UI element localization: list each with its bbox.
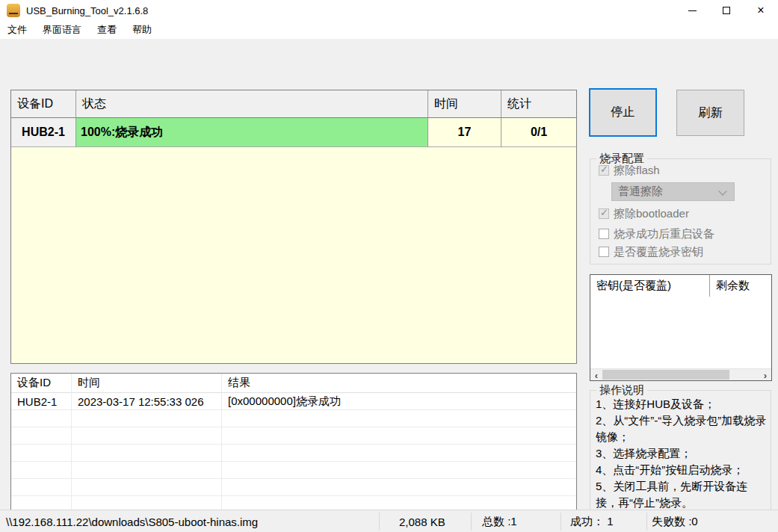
burn-stats-cell: 0/1 (501, 118, 576, 147)
log-empty-row (11, 462, 576, 479)
col-header-key: 密钥(是否覆盖) (590, 275, 710, 297)
status-divider (561, 513, 561, 531)
window-title: USB_Burning_Tool_v2.1.6.8 (26, 5, 148, 16)
checkbox-checked-icon: ✓ (599, 165, 609, 176)
instruction-line: 2、从“文件”-“导入烧录包”加载烧录镜像； (596, 412, 768, 445)
log-device-id-cell: HUB2-1 (11, 393, 72, 410)
device-progress-table: 设备ID 状态 时间 统计 HUB2-1 100%:烧录成功 17 0/1 (10, 90, 577, 364)
total-count: 总数 :1 (482, 510, 517, 532)
status-divider (471, 513, 472, 531)
erase-flash-checkbox[interactable]: ✓ 擦除flash (599, 164, 660, 177)
overwrite-burn-key-checkbox[interactable]: 是否覆盖烧录密钥 (599, 245, 703, 259)
col-header-device-id: 设备ID (11, 90, 76, 118)
status-divider (379, 513, 380, 531)
key-table: 密钥(是否覆盖) 剩余数 ‹ › (590, 274, 772, 381)
log-table-header: 设备ID 时间 结果 (11, 374, 576, 393)
minimize-icon (688, 10, 697, 11)
log-empty-row (11, 445, 576, 462)
checkbox-unchecked-icon (599, 247, 609, 257)
log-row[interactable]: HUB2-1 2023-03-17 12:55:33 026 [0x000000… (11, 393, 576, 410)
checkbox-checked-icon: ✓ (599, 208, 609, 219)
col-header-time: 时间 (72, 374, 222, 393)
success-count: 成功： 1 (570, 510, 614, 532)
image-path: \\192.168.111.22\downloads\S805-uboot-hi… (6, 510, 258, 532)
burn-config-group: 烧录配置 ✓ 擦除flash 普通擦除 ✓ 擦除bootloader 烧录成功后… (590, 158, 771, 265)
title-bar: USB_Burning_Tool_v2.1.6.8 × (0, 0, 778, 21)
device-id-cell: HUB2-1 (11, 118, 76, 147)
erase-mode-value: 普通擦除 (618, 185, 663, 199)
log-time-cell: 2023-03-17 12:55:33 026 (72, 393, 222, 410)
maximize-icon (723, 7, 730, 14)
burn-status-cell: 100%:烧录成功 (76, 118, 428, 147)
key-table-hscrollbar[interactable]: ‹ › (590, 368, 771, 380)
scroll-right-icon[interactable]: › (759, 369, 771, 381)
col-header-stats: 统计 (501, 90, 576, 118)
stop-button[interactable]: 停止 (589, 88, 657, 137)
reboot-after-success-checkbox[interactable]: 烧录成功后重启设备 (599, 227, 714, 241)
erase-mode-dropdown[interactable]: 普通擦除 (611, 182, 735, 201)
failed-count: 失败数 :0 (652, 510, 698, 532)
status-bar: \\192.168.111.22\downloads\S805-uboot-hi… (0, 510, 778, 532)
checkbox-unchecked-icon (599, 229, 609, 239)
burn-log-table: 设备ID 时间 结果 HUB2-1 2023-03-17 12:55:33 02… (10, 373, 577, 532)
client-area: 设备ID 状态 时间 统计 HUB2-1 100%:烧录成功 17 0/1 停止… (0, 39, 778, 510)
erase-bootloader-checkbox[interactable]: ✓ 擦除bootloader (599, 207, 689, 220)
col-header-status: 状态 (76, 90, 428, 118)
menu-help[interactable]: 帮助 (126, 21, 158, 39)
close-button[interactable]: × (744, 0, 778, 21)
log-empty-row (11, 410, 576, 427)
burn-time-cell: 17 (428, 118, 501, 147)
menu-language[interactable]: 界面语言 (37, 21, 87, 39)
menu-bar: 文件 界面语言 查看 帮助 (0, 21, 778, 39)
log-empty-row (11, 427, 576, 445)
status-divider (646, 513, 647, 531)
col-header-result: 结果 (222, 374, 576, 393)
maximize-button[interactable] (709, 0, 744, 21)
erase-flash-label: 擦除flash (614, 164, 660, 178)
col-header-time: 时间 (428, 90, 501, 118)
log-empty-row (11, 479, 576, 496)
scroll-left-icon[interactable]: ‹ (590, 369, 602, 381)
device-row[interactable]: HUB2-1 100%:烧录成功 17 0/1 (11, 118, 576, 147)
usb-burning-tool-window: USB_Burning_Tool_v2.1.6.8 × 文件 界面语言 查看 帮… (0, 0, 778, 532)
window-controls: × (675, 0, 778, 21)
app-icon (7, 4, 20, 17)
instruction-line: 1、连接好HUB及设备； (596, 396, 768, 412)
refresh-button[interactable]: 刷新 (676, 90, 744, 136)
menu-view[interactable]: 查看 (91, 21, 123, 39)
menu-file[interactable]: 文件 (1, 21, 33, 39)
device-table-header: 设备ID 状态 时间 统计 (11, 90, 576, 118)
overwrite-burn-key-label: 是否覆盖烧录密钥 (614, 245, 703, 259)
instruction-line: 3、选择烧录配置； (596, 445, 768, 462)
scroll-thumb[interactable] (602, 370, 729, 380)
minimize-button[interactable] (675, 0, 709, 21)
key-table-header: 密钥(是否覆盖) 剩余数 (590, 275, 771, 297)
col-header-remaining: 剩余数 (710, 275, 771, 297)
instruction-line: 5、关闭工具前，先断开设备连接，再“停止”烧录。 (596, 478, 768, 511)
erase-bootloader-label: 擦除bootloader (614, 207, 689, 221)
chevron-down-icon (718, 187, 726, 195)
reboot-after-success-label: 烧录成功后重启设备 (614, 227, 714, 241)
log-result-cell: [0x00000000]烧录成功 (222, 393, 576, 410)
col-header-device-id: 设备ID (11, 374, 72, 393)
close-icon: × (757, 4, 764, 16)
image-size: 2,088 KB (399, 510, 445, 532)
instruction-line: 4、点击“开始”按钮启动烧录； (596, 462, 768, 478)
